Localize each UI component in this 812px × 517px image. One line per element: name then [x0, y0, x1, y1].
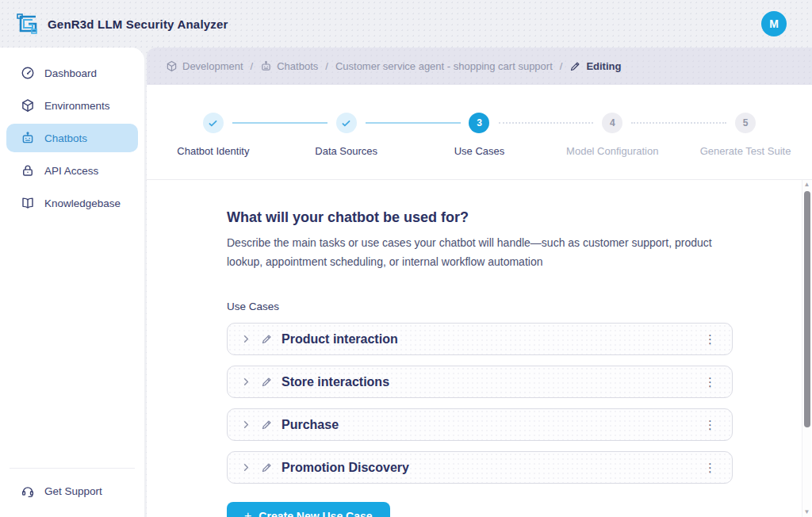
page-description: Describe the main tasks or use cases you…: [227, 233, 733, 271]
use-case-row[interactable]: Purchase ⋮: [227, 408, 733, 441]
edit-pencil-icon[interactable]: [261, 419, 273, 431]
app-logo-icon: [14, 11, 40, 36]
wizard-step-chatbot-identity[interactable]: Chatbot Identity: [147, 99, 280, 171]
sidebar-item-dashboard[interactable]: Dashboard: [6, 59, 138, 87]
breadcrumb-item: Editing: [569, 60, 621, 72]
sidebar-item-api-access[interactable]: API Access: [6, 156, 138, 185]
check-icon: [208, 118, 218, 128]
breadcrumb-item[interactable]: Customer service agent - shopping cart s…: [335, 60, 553, 72]
book-icon: [21, 196, 35, 210]
vertical-scrollbar[interactable]: ▲ ▼: [802, 180, 811, 517]
cube-icon: [166, 60, 178, 72]
main-area: Development / Chatbots / Customer servic…: [144, 48, 812, 517]
sidebar-item-chatbots[interactable]: Chatbots: [6, 124, 138, 152]
sidebar-nav: Dashboard Environments Chatbots API Acce…: [6, 59, 138, 221]
use-case-row[interactable]: Promotion Discovery ⋮: [227, 451, 733, 484]
check-icon: [341, 118, 351, 128]
use-case-row[interactable]: Product interaction ⋮: [227, 323, 733, 355]
plus-icon: +: [244, 509, 251, 517]
use-cases-label: Use Cases: [227, 301, 733, 312]
sidebar-item-environments[interactable]: Environments: [6, 91, 138, 120]
step-connector: [366, 122, 461, 124]
breadcrumb-separator: /: [251, 60, 254, 72]
chevron-right-icon[interactable]: [240, 419, 252, 431]
chevron-right-icon[interactable]: [240, 376, 252, 388]
use-case-list: Product interaction ⋮ Store interactions: [227, 323, 733, 484]
lock-icon: [21, 163, 35, 178]
breadcrumb-item[interactable]: Development: [166, 60, 243, 72]
step-connector: [232, 122, 327, 124]
step-indicator: 5: [735, 113, 756, 133]
page-title: What will your chatbot be used for?: [227, 209, 733, 226]
use-case-title: Product interaction: [282, 332, 699, 347]
sidebar-item-label: Get Support: [44, 485, 102, 497]
step-indicator: 4: [602, 113, 622, 133]
wizard-step-data-sources[interactable]: Data Sources: [280, 99, 413, 171]
chevron-right-icon[interactable]: [240, 461, 252, 473]
use-case-title: Promotion Discovery: [282, 461, 699, 475]
edit-pencil-icon[interactable]: [261, 376, 273, 388]
breadcrumb-separator: /: [325, 60, 328, 72]
kebab-menu-icon[interactable]: ⋮: [699, 373, 721, 391]
wizard-step-use-cases[interactable]: 3 Use Cases: [413, 99, 546, 171]
wizard-panel: Chatbot Identity Data Sources 3 Use Case…: [147, 85, 812, 517]
sidebar-footer: Get Support: [6, 461, 138, 509]
edit-pencil-icon[interactable]: [261, 461, 273, 473]
step-indicator: 3: [469, 113, 489, 133]
wizard-step-generate-test-suite[interactable]: 5 Generate Test Suite: [679, 99, 812, 171]
step-indicator: [336, 113, 357, 133]
user-avatar[interactable]: M: [761, 11, 787, 36]
create-new-use-case-button[interactable]: + Create New Use Case: [227, 502, 390, 517]
app-window: GenR3d LLM Security Analyzer M Dashboard…: [0, 0, 812, 517]
scroll-up-icon[interactable]: ▲: [804, 180, 810, 190]
sidebar-divider: [10, 468, 135, 469]
step-connector: [631, 122, 726, 124]
gauge-icon: [21, 66, 35, 80]
use-case-title: Store interactions: [282, 375, 699, 389]
pencil-icon: [569, 60, 581, 72]
sidebar-item-get-support[interactable]: Get Support: [6, 477, 138, 505]
scroll-down-icon[interactable]: ▼: [804, 507, 810, 517]
sidebar: Dashboard Environments Chatbots API Acce…: [0, 48, 144, 517]
sidebar-item-knowledgebase[interactable]: Knowledgebase: [6, 189, 138, 217]
kebab-menu-icon[interactable]: ⋮: [699, 458, 721, 477]
kebab-menu-icon[interactable]: ⋮: [699, 330, 721, 348]
kebab-menu-icon[interactable]: ⋮: [699, 416, 721, 434]
app-title: GenR3d LLM Security Analyzer: [48, 17, 228, 31]
chevron-right-icon[interactable]: [240, 333, 252, 345]
wizard-step-model-configuration[interactable]: 4 Model Configuration: [546, 99, 679, 171]
breadcrumb-separator: /: [560, 60, 563, 72]
step-indicator: [203, 113, 224, 133]
breadcrumb-item[interactable]: Chatbots: [260, 60, 318, 72]
use-case-row[interactable]: Store interactions ⋮: [227, 366, 733, 398]
app-header: GenR3d LLM Security Analyzer M: [0, 0, 812, 48]
headset-icon: [21, 484, 35, 498]
robot-icon: [260, 60, 272, 72]
content-area: What will your chatbot be used for? Desc…: [147, 179, 812, 517]
edit-pencil-icon[interactable]: [261, 333, 273, 345]
robot-icon: [21, 131, 35, 145]
step-connector: [499, 122, 594, 124]
cube-icon: [21, 98, 35, 113]
wizard-stepper: Chatbot Identity Data Sources 3 Use Case…: [147, 85, 812, 179]
breadcrumb: Development / Chatbots / Customer servic…: [147, 48, 812, 85]
use-case-title: Purchase: [282, 418, 699, 432]
scrollbar-thumb[interactable]: [804, 191, 810, 427]
